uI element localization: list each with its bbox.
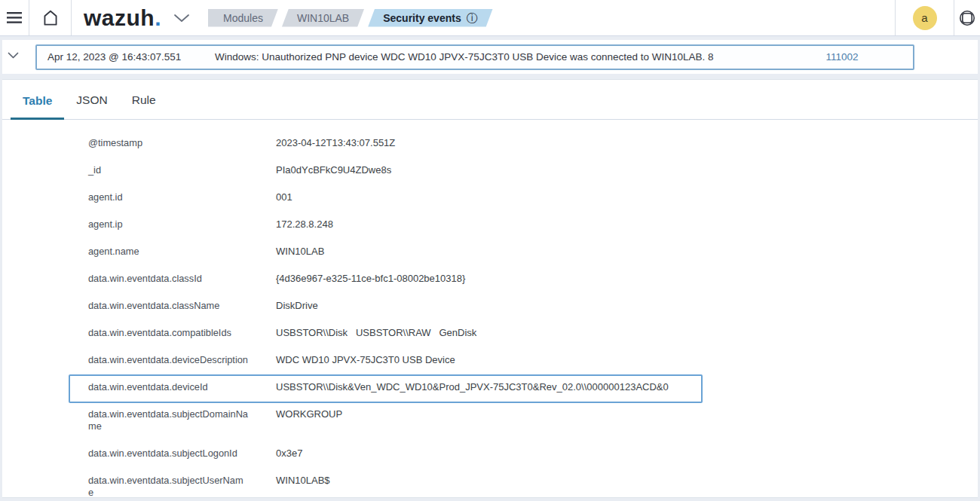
tab-rule[interactable]: Rule — [120, 93, 168, 119]
field-name: data.win.eventdata.classId — [88, 273, 276, 285]
table-row: data.win.eventdata.subjectUserName WIN10… — [2, 467, 978, 498]
table-row-highlighted[interactable]: data.win.eventdata.deviceId USBSTOR\\Dis… — [2, 374, 978, 401]
field-value: USBSTOR\\Disk&Ven_WDC_WD10&Prod_JPVX-75J… — [276, 381, 955, 393]
breadcrumb-label: Security events — [383, 12, 461, 24]
table-row: agent.ip 172.28.8.248 — [2, 211, 978, 238]
field-value: 001 — [276, 191, 955, 203]
event-detail-panel: Table JSON Rule @timestamp 2023-04-12T13… — [2, 79, 978, 498]
field-value: 0x3e7 — [276, 448, 955, 460]
field-value: PIa0dYcBFkC9U4ZDwe8s — [276, 164, 955, 176]
field-value: WORKGROUP — [276, 408, 955, 420]
breadcrumb-security-events[interactable]: Security events ⓘ — [368, 9, 493, 27]
event-description: Windows: Unauthorized PNP device WDC WD1… — [215, 51, 708, 63]
table-row: agent.name WIN10LAB — [2, 238, 978, 265]
hamburger-menu-icon[interactable] — [0, 0, 29, 35]
breadcrumb-label: Modules — [223, 12, 263, 24]
field-value: WDC WD10 JPVX-75JC3T0 USB Device — [276, 354, 955, 366]
divider — [71, 0, 72, 35]
field-value: DiskDrive — [276, 300, 955, 312]
tab-json[interactable]: JSON — [64, 93, 119, 119]
table-row: data.win.eventdata.subjectLogonId 0x3e7 — [2, 440, 978, 467]
table-row: data.win.eventdata.subjectDomainName WOR… — [2, 401, 978, 440]
tab-table[interactable]: Table — [11, 94, 64, 120]
field-value: {4d36e967-e325-11ce-bfc1-08002be10318} — [276, 273, 955, 285]
table-row: data.win.eventdata.deviceDescription WDC… — [2, 347, 978, 374]
chevron-down-icon[interactable] — [173, 14, 190, 23]
breadcrumb-label: WIN10LAB — [297, 12, 349, 24]
table-row: data.win.eventdata.compatibleIds USBSTOR… — [2, 319, 978, 347]
field-name: data.win.eventdata.deviceId — [88, 381, 276, 393]
detail-tabs: Table JSON Rule — [2, 80, 978, 120]
field-value: USBSTOR\\Disk USBSTOR\\RAW GenDisk — [276, 327, 955, 339]
field-table: @timestamp 2023-04-12T13:43:07.551Z _id … — [2, 120, 978, 498]
field-name: data.win.eventdata.subjectDomainName — [88, 408, 276, 432]
field-name: data.win.eventdata.compatibleIds — [88, 327, 276, 339]
field-name: @timestamp — [88, 137, 276, 149]
field-name: data.win.eventdata.deviceDescription — [88, 354, 276, 366]
table-row: agent.id 001 — [2, 184, 978, 211]
field-name: agent.ip — [88, 218, 276, 231]
field-value: 172.28.8.248 — [276, 218, 955, 231]
selected-event-row[interactable]: Apr 12, 2023 @ 16:43:07.551 Windows: Una… — [35, 44, 914, 70]
collapse-chevron-icon[interactable] — [8, 52, 19, 59]
topbar-right-section: a — [895, 0, 980, 35]
field-value: WIN10LAB — [276, 246, 955, 258]
logo-text: wazuh — [84, 5, 155, 30]
breadcrumb-agent[interactable]: WIN10LAB — [282, 9, 364, 27]
breadcrumb: Modules WIN10LAB Security events ⓘ — [208, 9, 493, 27]
event-timestamp: Apr 12, 2023 @ 16:43:07.551 — [47, 51, 215, 63]
field-name: data.win.eventdata.className — [88, 300, 276, 312]
wazuh-logo[interactable]: wazuh. — [84, 5, 161, 31]
field-value: WIN10LAB$ — [276, 475, 955, 487]
table-row: data.win.eventdata.classId {4d36e967-e32… — [2, 265, 978, 292]
help-ring-icon[interactable] — [954, 0, 980, 35]
avatar[interactable]: a — [913, 6, 937, 30]
event-summary-panel: Apr 12, 2023 @ 16:43:07.551 Windows: Una… — [2, 40, 978, 74]
info-icon[interactable]: ⓘ — [467, 12, 478, 23]
event-rule-id-link[interactable]: 111002 — [782, 51, 902, 63]
breadcrumb-modules[interactable]: Modules — [208, 9, 278, 27]
event-rule-level: 8 — [708, 51, 782, 63]
logo-dot: . — [155, 5, 161, 30]
field-name: agent.name — [88, 246, 276, 258]
table-row: @timestamp 2023-04-12T13:43:07.551Z — [2, 130, 978, 157]
top-navigation-bar: wazuh. Modules WIN10LAB Security events … — [0, 0, 980, 36]
field-name: data.win.eventdata.subjectLogonId — [88, 448, 276, 460]
field-value: 2023-04-12T13:43:07.551Z — [276, 137, 955, 149]
table-row: data.win.eventdata.className DiskDrive — [2, 292, 978, 319]
avatar-container: a — [896, 0, 954, 35]
table-row: _id PIa0dYcBFkC9U4ZDwe8s — [2, 157, 978, 184]
field-name: data.win.eventdata.subjectUserName — [88, 475, 276, 498]
field-name: _id — [88, 164, 276, 176]
field-name: agent.id — [88, 191, 276, 203]
home-icon[interactable] — [29, 0, 71, 35]
